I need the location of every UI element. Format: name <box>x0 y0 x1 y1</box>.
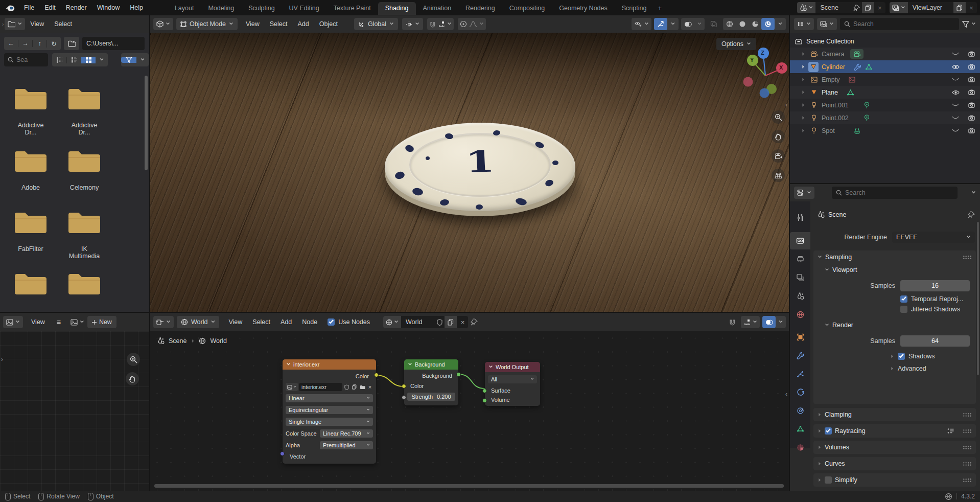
vp-menu-object[interactable]: Object <box>314 20 343 28</box>
scene-browse-button[interactable] <box>797 2 815 13</box>
raytracing-panel[interactable]: Raytracing <box>813 424 976 438</box>
shadows-checkbox[interactable] <box>898 353 905 360</box>
properties-scrollbar[interactable] <box>977 222 979 375</box>
panel-grip-icon[interactable] <box>963 478 972 482</box>
gizmo-z-label[interactable]: Z <box>761 50 764 56</box>
expand-icon[interactable] <box>801 129 805 133</box>
toggle-xray-button[interactable] <box>707 18 720 30</box>
tab-particles[interactable] <box>790 365 810 382</box>
vp-menu-view[interactable]: View <box>241 20 265 28</box>
sh-menu-view[interactable]: View <box>223 318 247 326</box>
strength-input-socket[interactable] <box>402 395 406 400</box>
breadcrumb-label[interactable]: Scene <box>828 211 846 218</box>
folder-item[interactable]: Adobe <box>14 149 48 191</box>
tab-compositing[interactable]: Compositing <box>502 2 552 15</box>
ceramic-chip[interactable]: 1 <box>385 123 575 216</box>
breadcrumb-world[interactable]: World <box>210 337 226 345</box>
create-folder-button[interactable] <box>64 37 79 50</box>
menu-render[interactable]: Render <box>61 4 92 11</box>
disable-render-icon[interactable] <box>963 64 980 70</box>
tab-tool[interactable] <box>790 209 810 226</box>
overlays-dropdown[interactable] <box>776 320 786 325</box>
ie-menu-view[interactable]: View <box>26 318 50 326</box>
use-nodes-toggle[interactable]: Use Nodes <box>328 318 370 326</box>
orthographic-grid-button[interactable] <box>772 169 785 182</box>
shader-horizontal-scrollbar[interactable] <box>154 484 784 488</box>
image-datablock-dropdown[interactable] <box>71 319 84 326</box>
collapsed-menus-icon[interactable]: ≡ <box>53 318 64 326</box>
outliner-row-camera[interactable]: Camera <box>790 48 980 60</box>
render-engine-dropdown[interactable]: EEVEE <box>892 232 975 243</box>
scene-copy-button[interactable] <box>862 2 874 13</box>
folder-item[interactable] <box>14 272 48 295</box>
disable-render-icon[interactable] <box>963 128 980 133</box>
light-data-icon[interactable] <box>862 115 872 122</box>
raytracing-checkbox[interactable] <box>825 427 832 435</box>
background-output-socket[interactable] <box>456 372 461 377</box>
fb-scrollbar[interactable] <box>145 76 148 170</box>
snap-magnet-icon[interactable] <box>726 318 738 326</box>
tab-scene[interactable] <box>790 287 810 305</box>
menu-edit[interactable]: Edit <box>39 4 61 11</box>
expand-icon[interactable] <box>801 52 805 56</box>
pan-hand-button[interactable] <box>126 372 139 385</box>
alpha-dropdown[interactable]: Premultiplied <box>320 441 373 449</box>
image-data-icon[interactable] <box>847 77 857 83</box>
outliner-row-scene-collection[interactable]: Scene Collection <box>790 35 980 48</box>
add-workspace-button[interactable]: + <box>654 2 665 15</box>
editor-type-button[interactable] <box>794 18 814 30</box>
expand-icon[interactable] <box>890 367 894 371</box>
pin-icon[interactable] <box>468 318 480 326</box>
overlays-dropdown[interactable] <box>694 22 705 27</box>
fb-menu-view[interactable]: View <box>25 20 49 28</box>
navigation-gizmo[interactable]: Z Y X <box>737 42 789 99</box>
hide-eye-icon[interactable] <box>948 78 963 81</box>
transform-orientation-dropdown[interactable]: Global <box>354 18 398 30</box>
viewlayer-copy-button[interactable] <box>953 2 966 13</box>
tab-constraints[interactable] <box>790 402 810 419</box>
fb-menu-select[interactable]: Select <box>49 20 77 28</box>
copy-icon[interactable] <box>351 384 358 390</box>
disable-render-icon[interactable] <box>963 77 980 82</box>
blender-logo-icon[interactable] <box>5 4 15 12</box>
folder-item[interactable] <box>67 272 101 295</box>
disable-render-icon[interactable] <box>963 102 980 108</box>
node-background[interactable]: Background Background Color Strength 0.2… <box>404 359 458 405</box>
outliner-row-plane[interactable]: Plane <box>790 86 980 99</box>
back-button[interactable]: ← <box>4 40 18 47</box>
show-gizmo-button[interactable] <box>654 18 667 30</box>
horizontal-list-view-button[interactable] <box>66 57 81 63</box>
unlink-icon[interactable]: × <box>367 384 373 390</box>
jittered-shadows-checkbox[interactable] <box>900 306 907 313</box>
zoom-tool-button[interactable] <box>127 353 140 366</box>
disable-render-icon[interactable] <box>963 51 980 57</box>
tab-shading[interactable]: Shading <box>378 2 416 15</box>
sh-menu-select[interactable]: Select <box>247 318 275 326</box>
expand-icon[interactable] <box>890 354 894 358</box>
properties-search-input[interactable]: Search <box>832 187 958 199</box>
gizmo-x-label[interactable]: X <box>779 64 783 71</box>
panel-grip-icon[interactable] <box>963 255 972 259</box>
vector-input-socket[interactable] <box>280 451 285 456</box>
spot-light-data-icon[interactable] <box>852 127 862 134</box>
expand-icon[interactable] <box>801 78 805 82</box>
expand-icon[interactable] <box>801 116 805 120</box>
mesh-data-icon[interactable] <box>845 89 856 96</box>
outliner-row-empty[interactable]: Empty <box>790 73 980 86</box>
presets-list-icon[interactable] <box>947 428 954 434</box>
color-input-socket[interactable] <box>402 384 406 389</box>
tab-texture-paint[interactable]: Texture Paint <box>326 2 378 15</box>
new-image-button[interactable]: New <box>87 316 116 328</box>
properties-options-dropdown[interactable] <box>971 191 976 195</box>
tab-geometry-nodes[interactable]: Geometry Nodes <box>552 2 614 15</box>
tab-layout[interactable]: Layout <box>168 2 201 15</box>
tab-modifiers[interactable] <box>790 347 810 364</box>
outliner-row-spot[interactable]: Spot <box>790 124 980 137</box>
sh-menu-node[interactable]: Node <box>297 318 322 326</box>
solid-shading-button[interactable] <box>736 20 749 28</box>
shader-type-dropdown[interactable]: World <box>177 316 219 328</box>
simplify-panel[interactable]: Simplify <box>813 473 976 487</box>
tab-scripting[interactable]: Scripting <box>615 2 654 15</box>
folder-item[interactable]: Addictive Dr... <box>67 87 101 136</box>
volumes-panel[interactable]: Volumes <box>813 441 976 454</box>
